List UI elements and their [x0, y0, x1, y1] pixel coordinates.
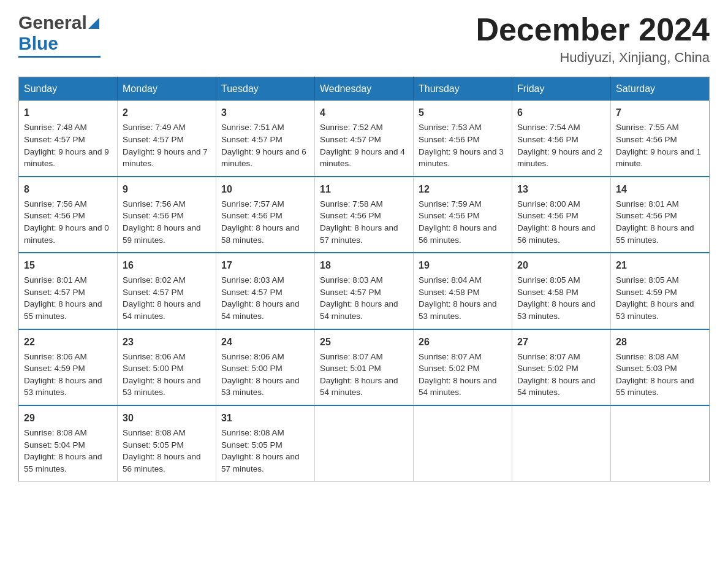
logo: General Blue	[18, 12, 100, 58]
sunset-text: Sunset: 4:57 PM	[221, 135, 282, 144]
weekday-header-thursday: Thursday	[414, 77, 512, 101]
sunrise-text: Sunrise: 8:08 AM	[616, 352, 679, 361]
daylight-text: Daylight: 8 hours and 53 minutes.	[517, 299, 596, 321]
sunrise-text: Sunrise: 7:56 AM	[123, 199, 186, 209]
day-number: 20	[517, 258, 605, 272]
sunrise-text: Sunrise: 8:07 AM	[517, 352, 580, 361]
day-number: 11	[320, 182, 408, 196]
calendar-week-1: 1Sunrise: 7:48 AMSunset: 4:57 PMDaylight…	[19, 101, 710, 176]
sunset-text: Sunset: 4:56 PM	[517, 211, 578, 220]
calendar-cell: 3Sunrise: 7:51 AMSunset: 4:57 PMDaylight…	[216, 101, 315, 176]
daylight-text: Daylight: 9 hours and 4 minutes.	[320, 147, 405, 169]
sunrise-text: Sunrise: 8:03 AM	[320, 275, 383, 285]
daylight-text: Daylight: 8 hours and 56 minutes.	[123, 452, 201, 473]
calendar-table: SundayMondayTuesdayWednesdayThursdayFrid…	[18, 77, 710, 481]
daylight-text: Daylight: 8 hours and 53 minutes.	[123, 376, 201, 397]
daylight-text: Daylight: 9 hours and 7 minutes.	[123, 147, 208, 169]
calendar-cell	[315, 405, 414, 481]
calendar-cell: 9Sunrise: 7:56 AMSunset: 4:56 PMDaylight…	[118, 177, 216, 253]
daylight-text: Daylight: 9 hours and 9 minutes.	[24, 147, 109, 169]
daylight-text: Daylight: 8 hours and 55 minutes.	[616, 223, 694, 245]
calendar-cell: 29Sunrise: 8:08 AMSunset: 5:04 PMDayligh…	[19, 405, 118, 481]
weekday-header-row: SundayMondayTuesdayWednesdayThursdayFrid…	[19, 77, 710, 101]
title-area: December 2024 Hudiyuzi, Xinjiang, China	[476, 12, 710, 66]
day-number: 12	[419, 182, 507, 196]
sunset-text: Sunset: 4:56 PM	[123, 211, 184, 220]
day-number: 25	[320, 335, 408, 349]
day-number: 7	[616, 105, 704, 120]
calendar-cell: 16Sunrise: 8:02 AMSunset: 4:57 PMDayligh…	[118, 253, 216, 329]
month-title: December 2024	[476, 12, 710, 47]
sunset-text: Sunset: 5:00 PM	[221, 364, 282, 373]
sunrise-text: Sunrise: 8:08 AM	[221, 428, 284, 437]
sunrise-text: Sunrise: 7:53 AM	[419, 123, 482, 132]
day-number: 14	[616, 182, 704, 196]
calendar-cell	[512, 405, 611, 481]
sunrise-text: Sunrise: 7:59 AM	[419, 199, 482, 209]
daylight-text: Daylight: 8 hours and 54 minutes.	[123, 299, 201, 321]
weekday-header-sunday: Sunday	[19, 77, 118, 101]
calendar-cell: 31Sunrise: 8:08 AMSunset: 5:05 PMDayligh…	[216, 405, 315, 481]
sunset-text: Sunset: 4:56 PM	[616, 211, 677, 220]
sunrise-text: Sunrise: 8:08 AM	[123, 428, 186, 437]
daylight-text: Daylight: 8 hours and 53 minutes.	[24, 376, 102, 397]
calendar-cell: 4Sunrise: 7:52 AMSunset: 4:57 PMDaylight…	[315, 101, 414, 176]
sunset-text: Sunset: 4:58 PM	[517, 288, 578, 297]
sunset-text: Sunset: 5:01 PM	[320, 364, 381, 373]
page-header: General Blue December 2024 Hudiyuzi, Xin…	[18, 12, 710, 66]
sunrise-text: Sunrise: 8:00 AM	[517, 199, 580, 209]
daylight-text: Daylight: 8 hours and 53 minutes.	[419, 299, 497, 321]
sunset-text: Sunset: 4:57 PM	[320, 288, 381, 297]
calendar-cell: 6Sunrise: 7:54 AMSunset: 4:56 PMDaylight…	[512, 101, 611, 176]
calendar-cell: 24Sunrise: 8:06 AMSunset: 5:00 PMDayligh…	[216, 329, 315, 405]
sunset-text: Sunset: 5:02 PM	[517, 364, 578, 373]
sunset-text: Sunset: 4:57 PM	[24, 288, 85, 297]
sunset-text: Sunset: 4:56 PM	[320, 211, 381, 220]
calendar-cell	[414, 405, 512, 481]
sunset-text: Sunset: 4:56 PM	[419, 211, 480, 220]
day-number: 3	[221, 105, 309, 120]
sunrise-text: Sunrise: 7:58 AM	[320, 199, 383, 209]
daylight-text: Daylight: 8 hours and 54 minutes.	[221, 299, 300, 321]
calendar-cell: 20Sunrise: 8:05 AMSunset: 4:58 PMDayligh…	[512, 253, 611, 329]
calendar-cell: 19Sunrise: 8:04 AMSunset: 4:58 PMDayligh…	[414, 253, 512, 329]
logo-underline	[18, 56, 100, 58]
daylight-text: Daylight: 9 hours and 1 minute.	[616, 147, 701, 169]
logo-general: General	[18, 12, 87, 33]
sunset-text: Sunset: 4:57 PM	[221, 288, 282, 297]
day-number: 6	[517, 105, 605, 120]
daylight-text: Daylight: 8 hours and 54 minutes.	[517, 376, 596, 397]
daylight-text: Daylight: 8 hours and 57 minutes.	[320, 223, 398, 245]
day-number: 23	[123, 335, 211, 349]
sunset-text: Sunset: 4:57 PM	[123, 288, 184, 297]
sunset-text: Sunset: 5:05 PM	[123, 440, 184, 450]
day-number: 19	[419, 258, 507, 272]
sunrise-text: Sunrise: 8:04 AM	[419, 275, 482, 285]
sunset-text: Sunset: 4:57 PM	[320, 135, 381, 144]
location-title: Hudiyuzi, Xinjiang, China	[476, 50, 710, 66]
calendar-cell	[611, 405, 710, 481]
day-number: 16	[123, 258, 211, 272]
day-number: 15	[24, 258, 112, 272]
sunset-text: Sunset: 4:56 PM	[616, 135, 677, 144]
calendar-cell: 21Sunrise: 8:05 AMSunset: 4:59 PMDayligh…	[611, 253, 710, 329]
daylight-text: Daylight: 8 hours and 54 minutes.	[419, 376, 497, 397]
daylight-text: Daylight: 9 hours and 3 minutes.	[419, 147, 504, 169]
sunset-text: Sunset: 4:59 PM	[616, 288, 677, 297]
calendar-cell: 13Sunrise: 8:00 AMSunset: 4:56 PMDayligh…	[512, 177, 611, 253]
day-number: 4	[320, 105, 408, 120]
sunrise-text: Sunrise: 8:07 AM	[419, 352, 482, 361]
calendar-week-3: 15Sunrise: 8:01 AMSunset: 4:57 PMDayligh…	[19, 253, 710, 329]
weekday-header-saturday: Saturday	[611, 77, 710, 101]
sunrise-text: Sunrise: 8:05 AM	[517, 275, 580, 285]
calendar-week-5: 29Sunrise: 8:08 AMSunset: 5:04 PMDayligh…	[19, 405, 710, 481]
day-number: 31	[221, 411, 309, 425]
sunset-text: Sunset: 5:00 PM	[123, 364, 184, 373]
sunrise-text: Sunrise: 8:02 AM	[123, 275, 186, 285]
sunset-text: Sunset: 4:56 PM	[221, 211, 282, 220]
calendar-cell: 28Sunrise: 8:08 AMSunset: 5:03 PMDayligh…	[611, 329, 710, 405]
daylight-text: Daylight: 8 hours and 59 minutes.	[123, 223, 201, 245]
sunset-text: Sunset: 4:57 PM	[24, 135, 85, 144]
sunrise-text: Sunrise: 7:51 AM	[221, 123, 284, 132]
sunrise-text: Sunrise: 7:49 AM	[123, 123, 186, 132]
